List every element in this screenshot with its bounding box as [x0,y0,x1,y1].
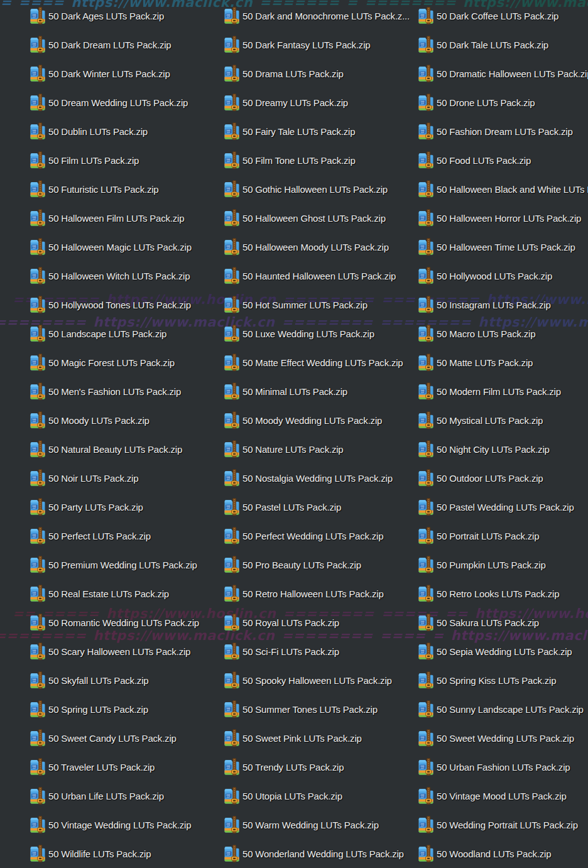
file-item[interactable]: 360 ZIP 50 Urban Life LUTs Pack.zip [29,781,223,810]
file-item[interactable]: 360 ZIP 50 Film LUTs Pack.zip [29,146,223,175]
file-item[interactable]: 360 ZIP 50 Natural Beauty LUTs Pack.zip [29,435,223,464]
file-item[interactable]: 360 ZIP 50 Dublin LUTs Pack.zip [29,117,223,146]
file-item[interactable]: 360 ZIP 50 Spring LUTs Pack.zip [29,695,223,724]
file-item[interactable]: 360 ZIP 50 Futuristic LUTs Pack.zip [29,175,223,203]
file-item[interactable]: 360 ZIP 50 Luxe Wedding LUTs Pack.zip [223,319,417,348]
file-item[interactable]: 360 ZIP 50 Halloween Magic LUTs Pack.zip [29,232,223,261]
file-item[interactable]: 360 ZIP 50 Royal LUTs Pack.zip [223,608,417,637]
file-item[interactable]: 360 ZIP 50 Dramatic Halloween LUTs Pack.… [417,59,588,88]
file-item[interactable]: 360 ZIP 50 Nature LUTs Pack.zip [223,435,417,464]
file-item[interactable]: 360 ZIP 50 Wedding Portrait LUTs Pack.zi… [417,810,588,839]
file-item[interactable]: 360 ZIP 50 Party LUTs Pack.zip [29,492,223,521]
file-item[interactable]: 360 ZIP 50 Dark and Monochrome LUTs Pack… [223,1,417,30]
file-item[interactable]: 360 ZIP 50 Mystical LUTs Pack.zip [417,406,588,435]
zip-archive-icon: 360 ZIP [223,325,241,342]
file-item[interactable]: 360 ZIP 50 Men's Fashion LUTs Pack.zip [29,377,223,406]
file-item[interactable]: 360 ZIP 50 Moody Wedding LUTs Pack.zip [223,406,417,435]
file-item[interactable]: 360 ZIP 50 Food LUTs Pack.zip [417,146,588,175]
file-item[interactable]: 360 ZIP 50 Real Estate LUTs Pack.zip [29,579,223,608]
file-item[interactable]: 360 ZIP 50 Dreamy LUTs Pack.zip [223,88,417,117]
file-item[interactable]: 360 ZIP 50 Woodland LUTs Pack.zip [417,839,588,868]
file-item[interactable]: 360 ZIP 50 Halloween Witch LUTs Pack.zip [29,261,223,290]
zip-archive-icon: 360 ZIP [29,440,46,458]
file-name: 50 Wedding Portrait LUTs Pack.zip [437,820,578,830]
file-name: 50 Hollywood Tones LUTs Pack.zip [48,300,191,310]
file-item[interactable]: 360 ZIP 50 Perfect LUTs Pack.zip [29,521,223,550]
file-item[interactable]: 360 ZIP 50 Wildlife LUTs Pack.zip [29,839,223,868]
file-item[interactable]: 360 ZIP 50 Romantic Wedding LUTs Pack.zi… [29,608,223,637]
file-item[interactable]: 360 ZIP 50 Halloween Film LUTs Pack.zip [29,203,223,232]
file-item[interactable]: 360 ZIP 50 Hollywood LUTs Pack.zip [417,261,588,290]
file-item[interactable]: 360 ZIP 50 Dream Wedding LUTs Pack.zip [29,88,223,117]
file-name: 50 Dreamy LUTs Pack.zip [242,97,348,108]
file-item[interactable]: 360 ZIP 50 Sweet Candy LUTs Pack.zip [29,724,223,752]
file-item[interactable]: 360 ZIP 50 Noir LUTs Pack.zip [29,464,223,492]
file-item[interactable]: 360 ZIP 50 Matte LUTs Pack.zip [417,348,588,377]
file-item[interactable]: 360 ZIP 50 Sakura LUTs Pack.zip [417,608,588,637]
file-item[interactable]: 360 ZIP 50 Minimal LUTs Pack.zip [223,377,417,406]
file-item[interactable]: 360 ZIP 50 Fashion Dream LUTs Pack.zip [417,117,588,146]
file-name: 50 Spring Kiss LUTs Pack.zip [437,675,556,686]
file-item[interactable]: 360 ZIP 50 Retro Halloween LUTs Pack.zip [223,579,417,608]
file-item[interactable]: 360 ZIP 50 Dark Fantasy LUTs Pack.zip [223,30,417,59]
file-item[interactable]: 360 ZIP 50 Dark Ages LUTs Pack.zip [29,1,223,30]
file-item[interactable]: 360 ZIP 50 Pastel Wedding LUTs Pack.zip [417,492,588,521]
file-item[interactable]: 360 ZIP 50 Halloween Horror LUTs Pack.zi… [417,203,588,232]
file-item[interactable]: 360 ZIP 50 Instagram LUTs Pack.zip [417,290,588,319]
zip-badge-text-2: ZIP [226,854,230,856]
file-item[interactable]: 360 ZIP 50 Moody LUTs Pack.zip [29,406,223,435]
file-item[interactable]: 360 ZIP 50 Retro Looks LUTs Pack.zip [417,579,588,608]
file-item[interactable]: 360 ZIP 50 Dark Coffee LUTs Pack.zip [417,1,588,30]
file-item[interactable]: 360 ZIP 50 Halloween Black and White LUT… [417,175,588,203]
file-item[interactable]: 360 ZIP 50 Outdoor LUTs Pack.zip [417,464,588,492]
file-item[interactable]: 360 ZIP 50 Landscape LUTs Pack.zip [29,319,223,348]
file-name: 50 Dramatic Halloween LUTs Pack.zip [437,68,588,79]
file-item[interactable]: 360 ZIP 50 Vintage Wedding LUTs Pack.zip [29,810,223,839]
file-item[interactable]: 360 ZIP 50 Gothic Halloween LUTs Pack.zi… [223,175,417,203]
file-item[interactable]: 360 ZIP 50 Dark Tale LUTs Pack.zip [417,30,588,59]
file-item[interactable]: 360 ZIP 50 Pro Beauty LUTs Pack.zip [223,550,417,579]
file-item[interactable]: 360 ZIP 50 Scary Halloween LUTs Pack.zip [29,637,223,666]
file-item[interactable]: 360 ZIP 50 Film Tone LUTs Pack.zip [223,146,417,175]
file-item[interactable]: 360 ZIP 50 Fairy Tale LUTs Pack.zip [223,117,417,146]
file-item[interactable]: 360 ZIP 50 Portrait LUTs Pack.zip [417,521,588,550]
file-item[interactable]: 360 ZIP 50 Sunny Landscape LUTs Pack.zip [417,695,588,724]
file-item[interactable]: 360 ZIP 50 Modern Film LUTs Pack.zip [417,377,588,406]
file-item[interactable]: 360 ZIP 50 Night City LUTs Pack.zip [417,435,588,464]
file-item[interactable]: 360 ZIP 50 Vintage Mood LUTs Pack.zip [417,781,588,810]
file-item[interactable]: 360 ZIP 50 Spooky Halloween LUTs Pack.zi… [223,666,417,695]
file-item[interactable]: 360 ZIP 50 Sci-Fi LUTs Pack.zip [223,637,417,666]
file-item[interactable]: 360 ZIP 50 Nostalgia Wedding LUTs Pack.z… [223,464,417,492]
file-item[interactable]: 360 ZIP 50 Sweet Pink LUTs Pack.zip [223,724,417,752]
file-item[interactable]: 360 ZIP 50 Drone LUTs Pack.zip [417,88,588,117]
file-item[interactable]: 360 ZIP 50 Halloween Time LUTs Pack.zip [417,232,588,261]
file-item[interactable]: 360 ZIP 50 Wonderland Wedding LUTs Pack.… [223,839,417,868]
file-item[interactable]: 360 ZIP 50 Sepia Wedding LUTs Pack.zip [417,637,588,666]
file-item[interactable]: 360 ZIP 50 Halloween Moody LUTs Pack.zip [223,232,417,261]
file-item[interactable]: 360 ZIP 50 Spring Kiss LUTs Pack.zip [417,666,588,695]
file-item[interactable]: 360 ZIP 50 Trendy LUTs Pack.zip [223,752,417,781]
file-item[interactable]: 360 ZIP 50 Premium Wedding LUTs Pack.zip [29,550,223,579]
file-name: 50 Premium Wedding LUTs Pack.zip [48,560,197,570]
file-item[interactable]: 360 ZIP 50 Skyfall LUTs Pack.zip [29,666,223,695]
file-item[interactable]: 360 ZIP 50 Dark Dream LUTs Pack.zip [29,30,223,59]
file-item[interactable]: 360 ZIP 50 Hot Summer LUTs Pack.zip [223,290,417,319]
file-item[interactable]: 360 ZIP 50 Summer Tones LUTs Pack.zip [223,695,417,724]
file-item[interactable]: 360 ZIP 50 Magic Forest LUTs Pack.zip [29,348,223,377]
file-item[interactable]: 360 ZIP 50 Sweet Wedding LUTs Pack.zip [417,724,588,752]
file-item[interactable]: 360 ZIP 50 Halloween Ghost LUTs Pack.zip [223,203,417,232]
file-item[interactable]: 360 ZIP 50 Pastel LUTs Pack.zip [223,492,417,521]
file-item[interactable]: 360 ZIP 50 Warm Wedding LUTs Pack.zip [223,810,417,839]
file-item[interactable]: 360 ZIP 50 Utopia LUTs Pack.zip [223,781,417,810]
file-name: 50 Trendy LUTs Pack.zip [242,762,344,773]
file-item[interactable]: 360 ZIP 50 Hollywood Tones LUTs Pack.zip [29,290,223,319]
file-item[interactable]: 360 ZIP 50 Haunted Halloween LUTs Pack.z… [223,261,417,290]
file-item[interactable]: 360 ZIP 50 Dark Winter LUTs Pack.zip [29,59,223,88]
file-item[interactable]: 360 ZIP 50 Perfect Wedding LUTs Pack.zip [223,521,417,550]
file-item[interactable]: 360 ZIP 50 Matte Effect Wedding LUTs Pac… [223,348,417,377]
file-item[interactable]: 360 ZIP 50 Pumpkin LUTs Pack.zip [417,550,588,579]
file-item[interactable]: 360 ZIP 50 Traveler LUTs Pack.zip [29,752,223,781]
file-item[interactable]: 360 ZIP 50 Urban Fashion LUTs Pack.zip [417,752,588,781]
file-item[interactable]: 360 ZIP 50 Macro LUTs Pack.zip [417,319,588,348]
file-item[interactable]: 360 ZIP 50 Drama LUTs Pack.zip [223,59,417,88]
